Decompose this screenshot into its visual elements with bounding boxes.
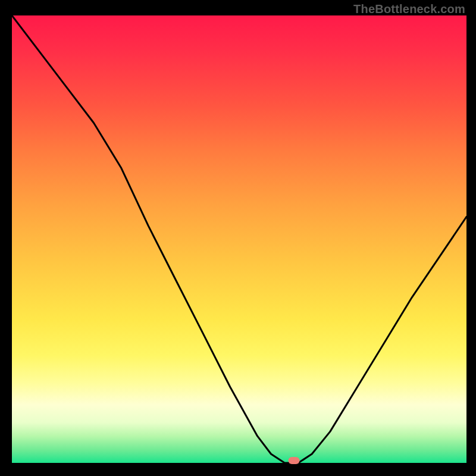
bottleneck-curve	[12, 15, 466, 463]
watermark-text: TheBottleneck.com	[353, 2, 465, 16]
plot-area	[12, 15, 466, 463]
optimal-marker	[288, 457, 299, 464]
chart-frame: TheBottleneck.com	[0, 0, 476, 476]
